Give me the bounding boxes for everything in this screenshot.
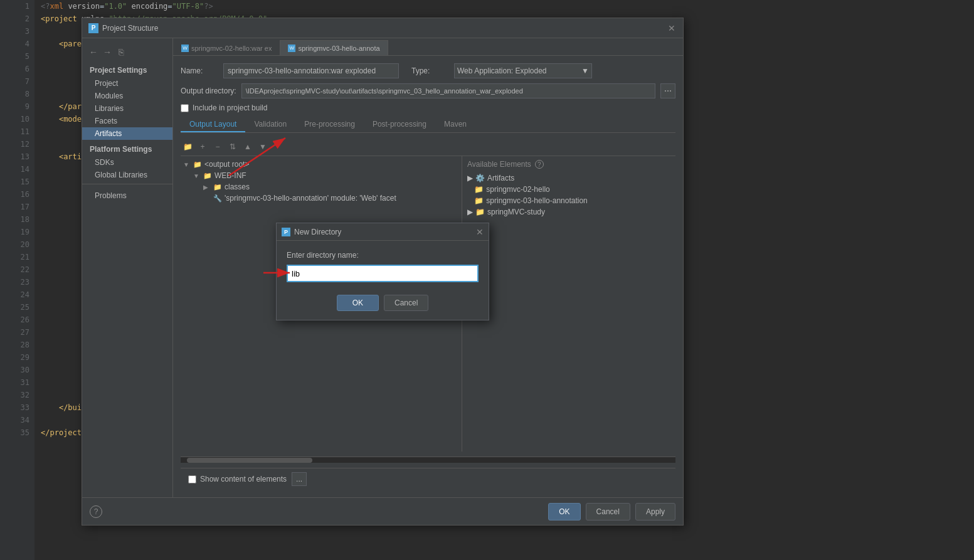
- sidebar-item-modules[interactable]: Modules: [82, 90, 172, 102]
- available-elements-header: Available Elements ?: [465, 159, 673, 170]
- name-input[interactable]: [223, 63, 399, 78]
- file-module-facet-icon: 🔧: [213, 194, 222, 203]
- type-select[interactable]: Web Application: Exploded ▼: [454, 63, 592, 78]
- tabs-row: Output Layout Validation Pre-processing …: [181, 117, 675, 133]
- ok-button[interactable]: OK: [548, 503, 580, 520]
- sidebar-item-libraries[interactable]: Libraries: [82, 102, 172, 115]
- avail-expand-springmvc02: [470, 185, 472, 194]
- toolbar-sort-button[interactable]: ⇅: [226, 140, 240, 154]
- file-tab-1[interactable]: W springmvc-03-hello-annota: [280, 40, 388, 55]
- new-dir-cancel-button[interactable]: Cancel: [384, 295, 428, 311]
- avail-item-springmvc03[interactable]: 📁 springmvc-03-hello-annotation: [465, 195, 673, 206]
- new-dir-title-left: P New Directory: [282, 228, 341, 236]
- file-tab-icon-0: W: [181, 45, 189, 52]
- include-in-build-row: Include in project build: [181, 103, 675, 112]
- toolbar-down-button[interactable]: ▼: [256, 140, 270, 154]
- type-select-value: Web Application: Exploded: [457, 66, 547, 75]
- new-dir-label: Enter directory name:: [287, 251, 479, 260]
- cancel-button[interactable]: Cancel: [586, 503, 630, 520]
- avail-label-springmvc03: springmvc-03-hello-annotation: [486, 196, 587, 205]
- expand-module-facet: [203, 195, 211, 202]
- avail-expand-springmvc03: [470, 196, 472, 205]
- expand-webinf: ▼: [193, 172, 201, 179]
- horizontal-scrollbar[interactable]: [181, 457, 675, 463]
- toolbar-add-button[interactable]: +: [196, 140, 209, 154]
- new-dir-ok-button[interactable]: OK: [337, 295, 379, 311]
- name-label: Name:: [181, 66, 218, 75]
- forward-button[interactable]: →: [101, 46, 114, 58]
- available-elements-panel: Available Elements ? ▶ ⚙️ Artifacts 📁: [462, 156, 675, 452]
- tab-validation[interactable]: Validation: [245, 117, 295, 132]
- browse-button[interactable]: ⋯: [660, 83, 675, 98]
- tree-item-output-root[interactable]: ▼ 📁 <output root>: [183, 159, 459, 170]
- toolbar-remove-button[interactable]: −: [211, 140, 225, 154]
- platform-settings-label: Platform Settings: [82, 140, 172, 156]
- output-dir-row: Output directory: ⋯: [181, 83, 675, 98]
- sidebar-item-sdks[interactable]: SDKs: [82, 156, 172, 169]
- file-tab-label-0: springmvc-02-hello:war ex: [191, 45, 272, 52]
- toolbar-up-button[interactable]: ▲: [241, 140, 255, 154]
- avail-label-springmvcstudy: springMVC-study: [487, 208, 545, 216]
- sidebar-item-artifacts[interactable]: Artifacts: [82, 127, 172, 140]
- tree-label-classes: classes: [225, 182, 250, 191]
- dialog-titlebar: P Project Structure ✕: [82, 18, 683, 38]
- tree-item-classes[interactable]: ▶ 📁 classes: [183, 181, 459, 193]
- avail-icon-springmvcstudy: 📁: [475, 208, 485, 216]
- new-dir-icon: P: [282, 228, 290, 236]
- avail-item-springmvcstudy[interactable]: ▶ 📁 springMVC-study: [465, 206, 673, 218]
- expand-output-root: ▼: [183, 161, 191, 168]
- new-dir-input[interactable]: [287, 265, 479, 282]
- new-dir-close-button[interactable]: ✕: [476, 227, 484, 237]
- avail-item-artifacts[interactable]: ▶ ⚙️ Artifacts: [465, 172, 673, 184]
- project-settings-label: Project Settings: [82, 63, 172, 77]
- tree-label-output-root: <output root>: [204, 160, 249, 169]
- available-elements-help[interactable]: ?: [535, 160, 544, 169]
- name-row: Name: Type: Web Application: Exploded ▼: [181, 63, 675, 78]
- avail-icon-artifacts: ⚙️: [475, 174, 485, 182]
- tab-post-processing[interactable]: Post-processing: [364, 117, 435, 132]
- tree-label-webinf: WEB-INF: [214, 171, 246, 180]
- file-tab-label-1: springmvc-03-hello-annota: [298, 45, 379, 52]
- line-numbers: 12345 678910 1112131415 1617181920 21222…: [0, 0, 34, 560]
- include-in-build-label: Include in project build: [193, 103, 267, 112]
- show-content-checkbox[interactable]: [188, 475, 196, 483]
- show-content-row: Show content of elements: [188, 475, 287, 483]
- tab-pre-processing[interactable]: Pre-processing: [295, 117, 364, 132]
- output-toolbar: 📁 + − ⇅ ▲ ▼: [181, 138, 675, 156]
- toolbar-add-directory-button[interactable]: 📁: [181, 140, 194, 154]
- dialog-title-text: Project Structure: [102, 24, 158, 33]
- new-dir-footer: OK Cancel: [277, 290, 489, 320]
- sidebar-item-global-libraries[interactable]: Global Libraries: [82, 169, 172, 181]
- tree-item-webinf[interactable]: ▼ 📁 WEB-INF: [183, 170, 459, 181]
- sidebar-item-problems[interactable]: Problems: [82, 189, 172, 202]
- avail-expand-springmvcstudy: ▶: [467, 208, 473, 216]
- new-dir-body: Enter directory name:: [277, 241, 489, 290]
- more-options-button[interactable]: ...: [292, 472, 307, 486]
- project-icon: P: [88, 23, 98, 33]
- sidebar-item-project[interactable]: Project: [82, 77, 172, 90]
- apply-button[interactable]: Apply: [635, 503, 675, 520]
- output-dir-input[interactable]: [241, 83, 655, 98]
- show-content-label: Show content of elements: [200, 475, 287, 483]
- tab-output-layout[interactable]: Output Layout: [181, 117, 245, 132]
- file-tab-0[interactable]: W springmvc-02-hello:war ex: [173, 40, 280, 55]
- avail-expand-artifacts: ▶: [467, 174, 473, 182]
- new-directory-dialog: P New Directory ✕ Enter directory name: …: [276, 223, 489, 320]
- copy-button[interactable]: ⎘: [115, 46, 127, 58]
- type-label: Type:: [411, 66, 449, 75]
- tab-maven[interactable]: Maven: [435, 117, 475, 132]
- tree-item-module-facet[interactable]: 🔧 'springmvc-03-hello-annotation' module…: [183, 193, 459, 204]
- sidebar-item-facets[interactable]: Facets: [82, 115, 172, 127]
- back-button[interactable]: ←: [87, 46, 100, 58]
- avail-item-springmvc02[interactable]: 📁 springmvc-02-hello: [465, 184, 673, 195]
- file-tabs: W springmvc-02-hello:war ex W springmvc-…: [173, 38, 683, 56]
- dialog-close-button[interactable]: ✕: [667, 23, 677, 33]
- sidebar: ← → ⎘ Project Settings Project Modules L…: [82, 38, 173, 497]
- help-button[interactable]: ?: [90, 505, 102, 518]
- expand-classes: ▶: [203, 184, 211, 191]
- type-select-arrow: ▼: [581, 66, 589, 75]
- sidebar-divider: [82, 184, 172, 184]
- include-in-build-checkbox[interactable]: [181, 104, 189, 112]
- scrollbar-thumb: [187, 458, 312, 463]
- dialog-title-left: P Project Structure: [88, 23, 158, 33]
